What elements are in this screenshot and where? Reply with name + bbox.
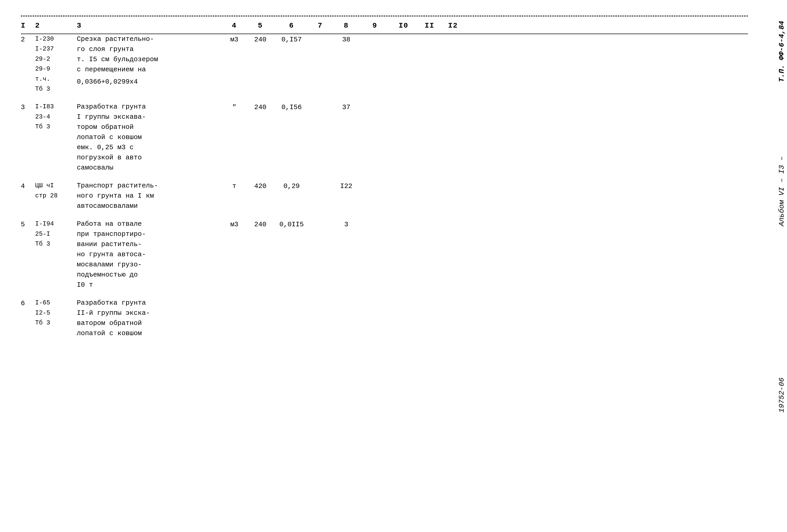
col-header-3: 3 bbox=[77, 22, 222, 30]
top-dashed-line bbox=[21, 16, 748, 16]
row-unit: м3 bbox=[222, 34, 246, 45]
row-col9 bbox=[361, 34, 389, 35]
column-header-row: I 2 3 4 5 6 7 8 9 I0 II I2 bbox=[21, 22, 748, 31]
row-number: 3 bbox=[21, 102, 35, 112]
col-header-1: I bbox=[21, 22, 35, 30]
row-col7 bbox=[309, 298, 332, 298]
col-header-10: I0 bbox=[389, 22, 418, 30]
table-row: 3 I-I83 23-4 Тб 3 Разработка грунта I гр… bbox=[21, 102, 748, 173]
col-header-5: 5 bbox=[246, 22, 275, 30]
row-col6: 0,I56 bbox=[275, 102, 309, 112]
row-col9 bbox=[361, 219, 389, 219]
row-col7 bbox=[309, 34, 332, 35]
row-unit: т bbox=[222, 181, 246, 191]
row-col8: I22 bbox=[332, 181, 361, 191]
row-codes: I-230 I-237 29-2 29-9 т.ч. Тб 3 bbox=[35, 34, 77, 94]
row-col9 bbox=[361, 298, 389, 298]
table-row: 4 ЦШ чI стр 28 Транспорт раститель- ного… bbox=[21, 181, 748, 211]
row-col6 bbox=[275, 298, 309, 298]
row-codes: I-65 I2-5 Тб 3 bbox=[35, 298, 77, 328]
row-description: Разработка грунта I группы экскава- торо… bbox=[77, 102, 222, 173]
row-col7 bbox=[309, 181, 332, 181]
row-col5: 240 bbox=[246, 34, 275, 45]
row-col8: 37 bbox=[332, 102, 361, 112]
row-col5: 420 bbox=[246, 181, 275, 191]
col-header-11: II bbox=[418, 22, 441, 30]
row-col9 bbox=[361, 181, 389, 181]
row-unit: " bbox=[222, 102, 246, 112]
col-header-7: 7 bbox=[309, 22, 332, 30]
col-header-4: 4 bbox=[222, 22, 246, 30]
row-number: 2 bbox=[21, 34, 35, 45]
col-header-2: 2 bbox=[35, 22, 77, 30]
row-col6: 0,I57 bbox=[275, 34, 309, 45]
row-description: Работа на отвале при транспортиро- вании… bbox=[77, 219, 222, 290]
table-row: 5 I-I94 25-I Тб 3 Работа на отвале при т… bbox=[21, 219, 748, 290]
row-number: 5 bbox=[21, 219, 35, 230]
row-description: Транспорт раститель- ного грунта на I км… bbox=[77, 181, 222, 211]
row-codes: I-I94 25-I Тб 3 bbox=[35, 219, 77, 249]
row-col6: 0,29 bbox=[275, 181, 309, 191]
col-header-8: 8 bbox=[332, 22, 361, 30]
sidebar-label-1: Т.П. ФФ-6-4,84 bbox=[778, 21, 786, 82]
col-header-6: 6 bbox=[275, 22, 309, 30]
row-col5 bbox=[246, 298, 275, 298]
page-container: Т.П. ФФ-6-4,84 Альбом VI – I3 – 19752-06… bbox=[0, 0, 787, 532]
row-unit: м3 bbox=[222, 219, 246, 230]
row-col7 bbox=[309, 219, 332, 219]
row-col5: 240 bbox=[246, 102, 275, 112]
row-unit bbox=[222, 298, 246, 298]
row-codes: ЦШ чI стр 28 bbox=[35, 181, 77, 201]
row-col8 bbox=[332, 298, 361, 298]
col-header-12: I2 bbox=[441, 22, 465, 30]
sidebar-label-3: 19752-06 bbox=[778, 378, 786, 412]
row-col8: 3 bbox=[332, 219, 361, 230]
row-number: 6 bbox=[21, 298, 35, 308]
row-col8: 38 bbox=[332, 34, 361, 45]
row-codes: I-I83 23-4 Тб 3 bbox=[35, 102, 77, 132]
data-table: 2 I-230 I-237 29-2 29-9 т.ч. Тб 3 Срезка… bbox=[21, 34, 748, 339]
row-number: 4 bbox=[21, 181, 35, 191]
sidebar-label-2: Альбом VI – I3 – bbox=[778, 156, 786, 226]
row-description: Срезка растительно- го слоя грунта т. I5… bbox=[77, 34, 222, 87]
col-header-9: 9 bbox=[361, 22, 389, 30]
row-col5: 240 bbox=[246, 219, 275, 230]
row-col6: 0,0II5 bbox=[275, 219, 309, 230]
table-row: 6 I-65 I2-5 Тб 3 Разработка грунта II-й … bbox=[21, 298, 748, 339]
row-description: Разработка грунта II-й группы экска- ват… bbox=[77, 298, 222, 339]
row-col7 bbox=[309, 102, 332, 102]
table-row: 2 I-230 I-237 29-2 29-9 т.ч. Тб 3 Срезка… bbox=[21, 34, 748, 94]
row-col9 bbox=[361, 102, 389, 102]
